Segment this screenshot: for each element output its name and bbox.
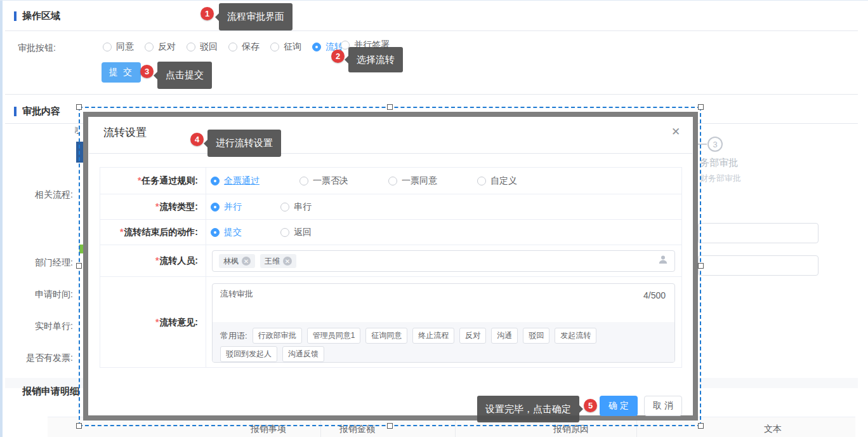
table-header-expense-item: 报销事项	[230, 424, 306, 435]
bg-input-field-2[interactable]	[698, 255, 819, 276]
resize-handle-s	[387, 423, 393, 429]
step-badge-3: 3	[140, 65, 154, 78]
step3-subtitle: 财务部审批	[700, 173, 741, 184]
approval-page: 操作区域 审批按钮: 同意 反对 驳回 保存 征询 流转 并行签署 提 交	[0, 0, 868, 437]
radio-icon	[280, 228, 289, 237]
radio-all-votes-pass[interactable]: 全票通过	[211, 175, 299, 187]
table-header-expense-amount: 报销金额	[319, 424, 395, 435]
section-title-text: 操作区域	[22, 10, 60, 22]
modal-form: *任务通过规则: 全票通过 一票否决 一票同意 自定义	[100, 167, 682, 368]
radio-icon-selected	[211, 228, 220, 237]
radio-icon	[187, 43, 195, 51]
radio-consult[interactable]: 征询	[270, 41, 301, 53]
opinion-box: 流转审批 4/500 常用语: 行政部审批 管理员同意1 征询同意 终止流程 反…	[212, 283, 675, 363]
resize-handle-w	[76, 263, 82, 269]
radio-one-vote-agree[interactable]: 一票同意	[388, 175, 477, 187]
phrase-chip[interactable]: 终止流程	[412, 328, 454, 344]
common-phrases-label: 常用语:	[220, 330, 247, 342]
step-badge-2: 2	[331, 50, 345, 63]
bg-text-fragment: 息	[75, 125, 81, 134]
phrase-chip[interactable]: 驳回到发起人	[220, 346, 277, 362]
annotation-tooltip-1: 流程审批界面	[219, 3, 293, 30]
member-tag: 林枫 ✕	[219, 254, 255, 268]
modal-title: 流转设置	[103, 125, 147, 140]
section-header-approval-content: 审批内容	[14, 105, 60, 118]
radio-icon	[145, 43, 154, 51]
radio-icon	[228, 43, 237, 51]
submit-button[interactable]: 提 交	[102, 62, 141, 83]
end-action-label: 流转结束后的动作:	[124, 227, 198, 237]
radio-icon-selected	[211, 177, 220, 185]
phrase-chip[interactable]: 沟通	[491, 328, 518, 344]
section-bar	[14, 107, 16, 116]
page-left-strip	[0, 1, 3, 437]
section-header-operation-area: 操作区域	[14, 10, 60, 22]
remove-tag-icon[interactable]: ✕	[283, 257, 292, 266]
approval-buttons-label: 审批按钮:	[18, 43, 56, 54]
step-badge-4: 4	[190, 133, 204, 146]
opinion-label: 流转意见:	[159, 317, 198, 327]
person-icon[interactable]	[658, 255, 668, 267]
annotation-tooltip-2: 选择流转	[348, 47, 403, 72]
step3-title: 务部审批	[700, 157, 738, 169]
char-counter: 4/500	[643, 290, 666, 300]
cancel-button[interactable]: 取 消	[644, 396, 682, 416]
resize-handle-se	[698, 423, 704, 429]
bg-input-field-1[interactable]	[698, 223, 819, 243]
section-title-text: 审批内容	[22, 105, 60, 118]
step3-circle: 3	[707, 137, 723, 152]
phrase-chip[interactable]: 行政部审批	[253, 328, 302, 344]
members-label: 流转人员:	[159, 255, 198, 266]
modal-header-divider	[89, 153, 692, 154]
annotation-tooltip-3: 点击提交	[157, 62, 212, 89]
radio-return-after[interactable]: 返回	[280, 227, 350, 238]
resize-handle-sw	[76, 423, 82, 429]
opinion-textarea[interactable]: 流转审批	[220, 288, 253, 300]
radio-icon	[299, 177, 308, 185]
confirm-button[interactable]: 确 定	[600, 396, 638, 416]
radio-icon-selected	[211, 203, 220, 212]
radio-agree[interactable]: 同意	[103, 41, 134, 53]
members-select-input[interactable]: 林枫 ✕ 王维 ✕	[212, 250, 675, 272]
radio-icon	[477, 177, 486, 185]
radio-icon	[103, 43, 112, 51]
table-header-text: 文本	[735, 424, 811, 435]
step-badge-1: 1	[201, 7, 214, 20]
radio-reject[interactable]: 驳回	[187, 41, 218, 53]
divider	[5, 94, 858, 95]
flow-type-label: 流转类型:	[159, 201, 198, 212]
radio-custom[interactable]: 自定义	[477, 175, 566, 187]
phrase-chip[interactable]: 驳回	[523, 328, 549, 344]
close-icon[interactable]: ✕	[671, 125, 680, 138]
bg-label-realtime-line: 实时单行:	[0, 321, 73, 332]
phrase-chip[interactable]: 反对	[459, 328, 486, 344]
radio-icon	[280, 203, 289, 212]
radio-icon-selected	[312, 43, 321, 51]
approval-radio-group: 同意 反对 驳回 保存 征询 流转	[103, 41, 343, 53]
radio-save[interactable]: 保存	[228, 41, 260, 53]
form-row-flow-type: *流转类型: 并行 串行	[100, 194, 681, 220]
resize-handle-ne	[698, 104, 704, 110]
radio-oppose[interactable]: 反对	[145, 41, 176, 53]
step-connector-line	[698, 144, 707, 145]
resize-handle-e	[698, 263, 704, 269]
bg-label-dept-manager: 部门经理:	[0, 257, 73, 269]
table-header-expense-reason: 报销原因	[533, 424, 609, 435]
bg-label-related-flow: 相关流程:	[0, 189, 73, 201]
form-row-pass-rule: *任务通过规则: 全票通过 一票否决 一票同意 自定义	[100, 168, 681, 194]
radio-parallel[interactable]: 并行	[211, 201, 280, 213]
phrase-chip[interactable]: 发起流转	[555, 328, 596, 344]
remove-tag-icon[interactable]: ✕	[242, 257, 251, 266]
section-bar	[14, 11, 16, 21]
radio-serial[interactable]: 串行	[280, 201, 350, 213]
radio-one-vote-veto[interactable]: 一票否决	[299, 175, 388, 187]
phrase-chip[interactable]: 沟通反馈	[282, 346, 324, 362]
radio-submit-after[interactable]: 提交	[211, 227, 280, 238]
step-badge-5: 5	[584, 399, 597, 412]
common-phrases-area: 常用语: 行政部审批 管理员同意1 征询同意 终止流程 反对 沟通 驳回 发起流…	[213, 322, 675, 363]
phrase-chip[interactable]: 管理员同意1	[307, 328, 361, 344]
pass-rule-label: 任务通过规则:	[141, 175, 198, 185]
detail-section-title: 报销申请明细	[22, 386, 79, 398]
radio-icon	[270, 43, 279, 51]
phrase-chip[interactable]: 征询同意	[365, 328, 407, 344]
